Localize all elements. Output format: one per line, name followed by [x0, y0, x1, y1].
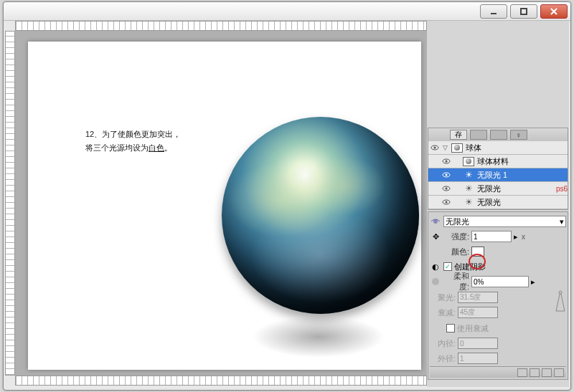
properties-panel: 无限光▾ ✥ 强度: ▸ x 颜色: ◐ ✓ 创建阴影 [428, 211, 568, 380]
light-type-select[interactable]: 无限光▾ [443, 216, 566, 227]
panel-footer [430, 366, 566, 378]
inner-input [458, 338, 498, 349]
svg-point-9 [446, 174, 448, 176]
chevron-down-icon: ▾ [560, 217, 564, 226]
svg-point-5 [434, 147, 436, 149]
visibility-icon[interactable] [430, 143, 440, 153]
layer-item-selected[interactable]: ☀ 无限光 1 [428, 168, 568, 182]
shadow-checkbox[interactable]: ✓ [443, 262, 452, 271]
chevron-right-icon[interactable]: ▸ [514, 232, 518, 242]
outer-label: 外径: [430, 353, 456, 364]
panel-tab-3[interactable] [490, 130, 507, 140]
annotation-text: 12、为了使颜色更加突出， 将三个光源均设为白色。 [85, 128, 258, 154]
attenuation-checkbox [446, 324, 455, 333]
inner-label: 内径: [430, 338, 456, 349]
layers-panel-tabs: 存 ♀ [428, 128, 568, 141]
layer-item[interactable]: ☀ 无限光 [428, 196, 568, 209]
annotation-line2: 将三个光源均设为白色。 [85, 141, 258, 155]
falloff-label: 衰减: [430, 307, 456, 318]
scribble: ps6 [556, 185, 568, 193]
canvas-area[interactable]: 12、为了使颜色更加突出， 将三个光源均设为白色。 [15, 31, 427, 376]
minimize-button[interactable] [480, 4, 507, 19]
svg-point-15 [432, 278, 439, 285]
svg-rect-1 [521, 9, 527, 14]
visibility-icon[interactable] [441, 197, 451, 207]
ruler-horizontal-top [15, 21, 427, 31]
earth-sphere[interactable] [222, 117, 419, 314]
outer-input [458, 353, 498, 364]
falloff-input [458, 307, 498, 318]
footer-icon[interactable] [517, 368, 527, 377]
layers-panel: 存 ♀ ▽ 球体 球体材料 ☀ 无限光 1 [428, 128, 568, 210]
earth-shadow [250, 315, 387, 358]
layer-label: 无限光 [477, 197, 568, 208]
footer-icon[interactable] [530, 368, 540, 377]
move-icon: ✥ [430, 231, 441, 242]
right-panels: 存 ♀ ▽ 球体 球体材料 ☀ 无限光 1 [427, 21, 569, 387]
layer-label: 球体材料 [477, 156, 568, 167]
layer-thumb-icon [463, 157, 474, 166]
x-label: x [522, 233, 525, 241]
light-type-icon [430, 216, 441, 227]
layer-label: 球体 [466, 143, 568, 153]
color-swatch[interactable] [471, 247, 484, 257]
chevron-right-icon[interactable]: ▸ [531, 277, 535, 287]
visibility-icon[interactable] [441, 183, 451, 193]
close-button[interactable] [540, 4, 568, 19]
panel-tab-1[interactable]: 存 [450, 130, 467, 140]
softness-icon [430, 276, 441, 287]
footer-icon[interactable] [542, 368, 552, 377]
svg-point-11 [446, 188, 448, 190]
layer-item[interactable]: ☀ 无限光 ps6 [428, 182, 568, 196]
spotlight-input [458, 292, 498, 303]
panel-tab-locate[interactable]: ♀ [510, 130, 527, 140]
app-window: 12、为了使颜色更加突出， 将三个光源均设为白色。 存 ♀ ▽ 球体 [3, 1, 571, 391]
light-cone-icon [555, 290, 566, 314]
visibility-icon[interactable] [441, 156, 451, 166]
spotlight-label: 聚光: [430, 292, 456, 303]
visibility-icon[interactable] [441, 170, 451, 180]
trash-icon[interactable] [554, 368, 564, 377]
ruler-horizontal-bottom [15, 376, 427, 386]
annotation-line1: 12、为了使颜色更加突出， [85, 128, 258, 141]
intensity-input[interactable] [471, 231, 512, 242]
layer-label: 无限光 1 [477, 170, 568, 181]
layer-root[interactable]: ▽ 球体 [428, 141, 568, 155]
expand-icon[interactable]: ▽ [441, 144, 448, 151]
svg-point-7 [446, 161, 448, 163]
panel-tab-2[interactable] [470, 130, 487, 140]
shadow-icon: ◐ [430, 261, 441, 272]
titlebar [4, 2, 570, 21]
ruler-vertical [5, 31, 15, 376]
light-icon: ☀ [463, 184, 474, 193]
maximize-button[interactable] [510, 4, 537, 19]
intensity-label: 强度: [443, 231, 469, 242]
artboard: 12、为了使颜色更加突出， 将三个光源均设为白色。 [28, 42, 421, 370]
layer-label: 无限光 [477, 183, 557, 194]
layer-item[interactable]: 球体材料 [428, 155, 568, 168]
light-icon: ☀ [463, 198, 474, 207]
svg-point-17 [559, 291, 562, 294]
softness-input[interactable] [471, 276, 529, 287]
color-label: 颜色: [443, 247, 469, 257]
attenuation-label: 使用衰减 [457, 323, 489, 334]
layer-thumb-icon [451, 143, 463, 153]
svg-point-13 [446, 201, 448, 204]
light-icon: ☀ [463, 171, 474, 180]
